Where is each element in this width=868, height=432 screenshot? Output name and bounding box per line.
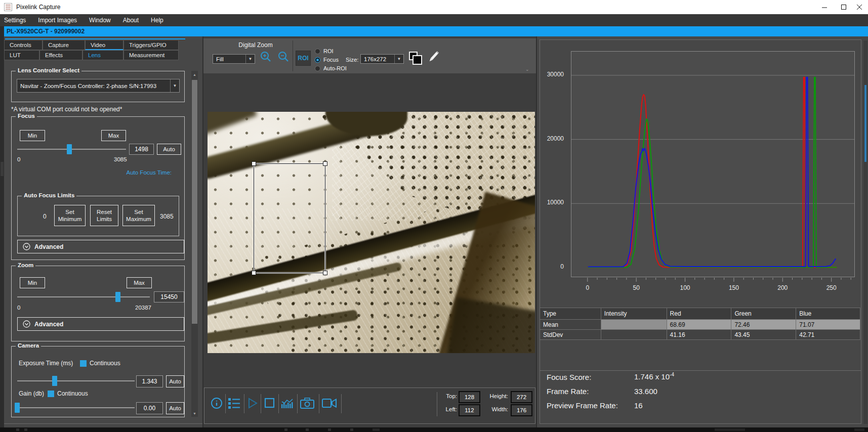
taskbar-icon[interactable] [306, 428, 309, 431]
focus-slider[interactable] [17, 144, 126, 154]
tab-effects[interactable]: Effects [39, 50, 82, 60]
focus-advanced-button[interactable]: Advanced [17, 240, 184, 253]
scroll-up-arrow[interactable]: ▲ [191, 72, 198, 78]
exposure-slider-thumb[interactable] [52, 376, 57, 386]
zoom-max-button[interactable]: Max [127, 277, 152, 288]
zoom-slider-thumb[interactable] [115, 292, 120, 302]
zoom-advanced-button[interactable]: Advanced [17, 317, 184, 331]
menu-help[interactable]: Help [151, 17, 163, 24]
taskbar-item[interactable] [715, 428, 745, 431]
set-minimum-button[interactable]: Set Minimum [54, 205, 86, 226]
histogram-button[interactable] [280, 397, 295, 411]
focus-auto-button[interactable]: Auto [157, 144, 181, 155]
table-row-stddev[interactable]: StdDev 41.16 43.45 42.71 [540, 330, 860, 340]
taskbar-icon[interactable] [24, 428, 27, 431]
minimize-button[interactable] [816, 0, 833, 14]
focus-roi-rectangle[interactable] [254, 163, 325, 273]
gain-value-field[interactable]: 0.00 [136, 402, 163, 414]
gain-auto-button[interactable]: Auto [166, 402, 184, 414]
exposure-continuous-checkbox[interactable] [80, 360, 87, 367]
digital-zoom-mode-select[interactable]: Fill ▼ [213, 54, 255, 64]
radio-auto-roi[interactable] [315, 66, 320, 71]
menu-settings[interactable]: Settings [4, 17, 26, 24]
exposure-value-field[interactable]: 1.343 [136, 375, 163, 387]
gain-slider[interactable] [17, 403, 135, 413]
auto-focus-limits-label: Auto Focus Limits [22, 192, 76, 198]
gain-continuous-checkbox[interactable] [48, 391, 54, 397]
copy-image-button[interactable] [409, 52, 424, 67]
tab-video[interactable]: Video [85, 40, 123, 50]
record-video-button[interactable] [321, 398, 338, 411]
roi-handle-top-right[interactable] [323, 161, 327, 166]
table-row-mean[interactable]: Mean 68.69 72.46 71.07 [540, 320, 860, 330]
roi-size-select[interactable]: 176x272 ▼ [360, 54, 404, 64]
close-button[interactable] [851, 0, 868, 14]
tab-measurement[interactable]: Measurement [123, 50, 179, 60]
taskbar-icon[interactable] [328, 428, 331, 431]
roi-width-field[interactable]: 176 [511, 404, 532, 416]
tab-capture[interactable]: Capture [43, 40, 85, 50]
tab-triggers-gpio[interactable]: Triggers/GPIO [123, 40, 179, 50]
settings-list-button[interactable] [228, 397, 241, 411]
radio-roi[interactable] [315, 49, 320, 54]
menu-about[interactable]: About [123, 17, 139, 24]
roi-top-field[interactable]: 128 [459, 391, 480, 403]
tab-controls[interactable]: Controls [4, 40, 43, 50]
draw-annotation-button[interactable] [428, 50, 439, 67]
roi-handle-top-left[interactable] [252, 161, 256, 166]
x-axis-ticks [571, 278, 855, 284]
focus-max-button[interactable]: Max [101, 130, 126, 141]
info-button[interactable] [211, 397, 223, 411]
panel-accent-line [5, 38, 185, 39]
zoom-in-button[interactable] [260, 51, 273, 67]
gain-slider-thumb[interactable] [15, 403, 20, 413]
focus-range-max: 3085 [114, 156, 127, 162]
toolbar-expand-chevron[interactable]: ⌄ [525, 67, 529, 72]
roi-button[interactable]: ROI [296, 51, 311, 66]
circle-down-arrow-icon [23, 243, 30, 250]
taskbar-icon[interactable] [373, 428, 380, 431]
preview-frame-rate-value: 16 [634, 401, 643, 410]
zoom-slider[interactable] [17, 292, 150, 302]
radio-focus[interactable] [315, 57, 320, 63]
roi-handle-bottom-right[interactable] [323, 271, 327, 275]
taskbar-icon[interactable] [350, 428, 353, 431]
zoom-value-field[interactable]: 15450 [154, 291, 184, 303]
scroll-down-arrow[interactable]: ▼ [191, 411, 198, 417]
focus-value-field[interactable]: 1498 [129, 144, 154, 155]
maximize-button[interactable] [835, 0, 852, 14]
scrollbar-thumb[interactable] [192, 80, 197, 324]
taskbar-icon[interactable] [284, 428, 287, 431]
camera-tab[interactable]: PL-X9520CG-T - 920999002 [4, 26, 868, 36]
roi-height-field[interactable]: 272 [511, 391, 532, 403]
menu-window[interactable]: Window [89, 17, 111, 24]
lens-controller-select[interactable]: Navitar - Zoom/Focus Controller: 2-phase… [17, 79, 180, 93]
scrollbar-thumb[interactable] [864, 85, 866, 162]
roi-handle-bottom-left[interactable] [252, 271, 256, 275]
stop-stream-button[interactable] [264, 397, 276, 411]
zoom-out-button[interactable] [277, 51, 291, 67]
set-maximum-button[interactable]: Set Maximum [122, 205, 155, 226]
roi-left-field[interactable]: 112 [459, 404, 480, 416]
left-panel-scrollbar[interactable]: ▲ ▼ [191, 71, 198, 417]
exposure-slider[interactable] [17, 376, 135, 386]
zoom-group: Zoom Min Max 15450 0 20387 Advanced [11, 266, 185, 341]
menu-import-images[interactable]: Import Images [38, 17, 77, 24]
title-bar: Pixelink Capture [0, 0, 868, 14]
tab-lens[interactable]: Lens [82, 50, 123, 60]
radio-roi-label: ROI [323, 48, 334, 54]
x-tick-label: 100 [677, 284, 694, 291]
tab-lut[interactable]: LUT [4, 50, 39, 60]
taskbar-item[interactable] [854, 428, 864, 431]
histogram-plot [571, 51, 855, 277]
taskbar-icon[interactable] [16, 428, 19, 431]
reset-limits-button[interactable]: Reset Limits [90, 205, 118, 226]
exposure-auto-button[interactable]: Auto [166, 375, 184, 387]
right-panel-scrollbar[interactable] [863, 40, 867, 424]
zoom-min-button[interactable]: Min [20, 277, 45, 288]
play-stream-button[interactable] [247, 397, 258, 411]
focus-score-exponent: -4 [670, 372, 674, 377]
focus-min-button[interactable]: Min [20, 130, 45, 141]
snapshot-button[interactable] [300, 397, 315, 411]
focus-slider-thumb[interactable] [67, 144, 72, 154]
